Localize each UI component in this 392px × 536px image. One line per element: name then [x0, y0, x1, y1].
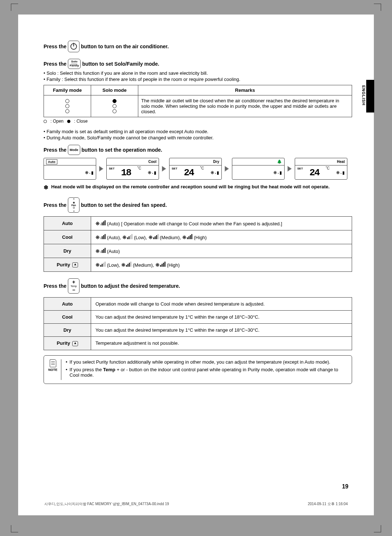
- arrow-icon: [99, 166, 103, 172]
- arrow-icon: [225, 166, 229, 172]
- text: button to turn on the air conditioner.: [81, 44, 169, 49]
- remarks-cell: The middle air outlet will be closed whe…: [138, 95, 352, 117]
- purity-icon: [72, 341, 78, 346]
- fan-speed-table: Auto ❋ (Auto) [ Operation mode will chan…: [44, 216, 352, 272]
- text: button to set the operation mode.: [82, 147, 162, 153]
- row-head: Cool: [44, 311, 91, 324]
- fan-icon: ❋⬪▮: [85, 170, 94, 175]
- mode-button-icon: Mode: [68, 145, 80, 155]
- purity-icon: [72, 262, 78, 267]
- instruction-temp: Press the +Temp− button to adjust the de…: [44, 278, 352, 294]
- note-item: If you press the Temp + or - button on t…: [66, 367, 347, 378]
- arrow-icon: [162, 166, 166, 172]
- text: button to set the desired fan speed.: [81, 202, 167, 208]
- th-family: Family mode: [44, 85, 91, 95]
- text: Press the: [44, 202, 66, 208]
- bullet: • Family : Select this function if there…: [44, 77, 352, 82]
- note-box: NOTE If you select Purity function addit…: [44, 355, 352, 384]
- tree-icon: 🌲: [277, 159, 282, 164]
- lcd-cool: Cool SET18˚C❋⬪▮: [106, 158, 159, 180]
- row-head: Auto: [44, 298, 91, 311]
- footer-left: 사우디,인도,나이지리아향 FAC MEMORY 냉방_IBIM_EN_0477…: [44, 502, 169, 507]
- lcd-dry: Dry SET24˚C❋⬪▮: [169, 158, 222, 180]
- page-number: 19: [342, 483, 348, 490]
- heat-mode-note: ❄ Heat mode will be displayed on the rem…: [44, 184, 352, 191]
- text: button to set Solo/Family mode.: [82, 61, 159, 67]
- row-head: Purity: [44, 337, 91, 350]
- row-data: You can adjust the desired temperature b…: [91, 311, 352, 324]
- th-solo: Solo mode: [91, 85, 138, 95]
- text: Press the: [44, 61, 66, 67]
- solo-outlets: [91, 95, 138, 117]
- row-head: Dry: [44, 324, 91, 337]
- lcd-purity: 🌲 ❋⬪▮: [232, 158, 285, 180]
- lcd-heat: Heat SET24˚C❋⬪▮: [295, 158, 347, 180]
- row-head: Cool: [44, 230, 91, 244]
- instruction-fan: Press the ⌃ Fan ⌃ button to set the desi…: [44, 197, 352, 213]
- note-list: If you select Purity function additional…: [66, 359, 347, 380]
- instruction-mode: Press the Mode button to set the operati…: [44, 145, 352, 155]
- row-data: ❋ (Low), ❋ (Medium), ❋ (High): [91, 258, 352, 272]
- power-button-icon: [68, 41, 79, 52]
- bullet: • Family mode is set as default setting …: [44, 129, 352, 134]
- lcd-auto: Auto ❋⬪▮: [44, 158, 96, 180]
- footer-right: 2014-09-11 오후 1:16:04: [308, 502, 348, 507]
- arrow-icon: [287, 166, 292, 172]
- mode-displays: Auto ❋⬪▮ Cool SET18˚C❋⬪▮ Dry SET24˚C❋⬪▮ …: [44, 158, 352, 180]
- note-icon: [50, 359, 56, 367]
- solo-family-button-icon: Solo Family: [68, 59, 81, 69]
- text: button to adjust the desired temperature…: [81, 283, 180, 289]
- row-data: ❋ (Auto) [ Operation mode will change to…: [91, 217, 352, 230]
- temp-table: AutoOperation mode will change to Cool m…: [44, 297, 352, 350]
- temp-button-icon: +Temp−: [68, 278, 79, 294]
- text: Press the: [44, 283, 66, 289]
- fan-button-icon: ⌃ Fan ⌃: [68, 197, 79, 213]
- instruction-power: Press the button to turn on the air cond…: [44, 41, 352, 52]
- row-data: ❋ (Auto), ❋ (Low), ❋ (Medium), ❋ (High): [91, 230, 352, 244]
- side-tab: [366, 80, 374, 112]
- closed-circle-icon: [67, 120, 70, 123]
- row-data: You can adjust the desired temperature b…: [91, 324, 352, 337]
- asterisk-icon: ❄: [44, 184, 48, 191]
- note-item: If you select Purity function additional…: [66, 359, 347, 365]
- row-data: Temperature adjustment is not possible.: [91, 337, 352, 350]
- note-icon-column: NOTE: [48, 359, 61, 380]
- legend: : Open : Close: [44, 119, 352, 124]
- row-head: Dry: [44, 244, 91, 258]
- open-circle-icon: [44, 120, 47, 123]
- page: ENGLISH Press the button to turn on the …: [18, 15, 374, 515]
- row-head: Purity: [44, 258, 91, 272]
- instruction-solo-family: Press the Solo Family button to set Solo…: [44, 59, 352, 69]
- bullet: • Solo : Select this function if you are…: [44, 70, 352, 76]
- row-data: Operation mode will change to Cool mode …: [91, 298, 352, 311]
- family-outlets: [44, 95, 91, 117]
- text: Press the: [44, 147, 66, 153]
- mode-table: Family mode Solo mode Remarks The middle…: [44, 85, 352, 117]
- row-head: Auto: [44, 217, 91, 230]
- footer: 사우디,인도,나이지리아향 FAC MEMORY 냉방_IBIM_EN_0477…: [44, 502, 348, 507]
- th-remarks: Remarks: [138, 85, 352, 95]
- mode-notes: • Family mode is set as default setting …: [44, 129, 352, 140]
- row-data: ❋ (Auto): [91, 244, 352, 258]
- language-label: ENGLISH: [362, 85, 366, 106]
- bullet: • During Auto mode, Solo/Family mode can…: [44, 135, 352, 140]
- note-label: NOTE: [48, 368, 57, 372]
- text: Press the: [44, 44, 66, 49]
- solo-family-bullets: • Solo : Select this function if you are…: [44, 70, 352, 82]
